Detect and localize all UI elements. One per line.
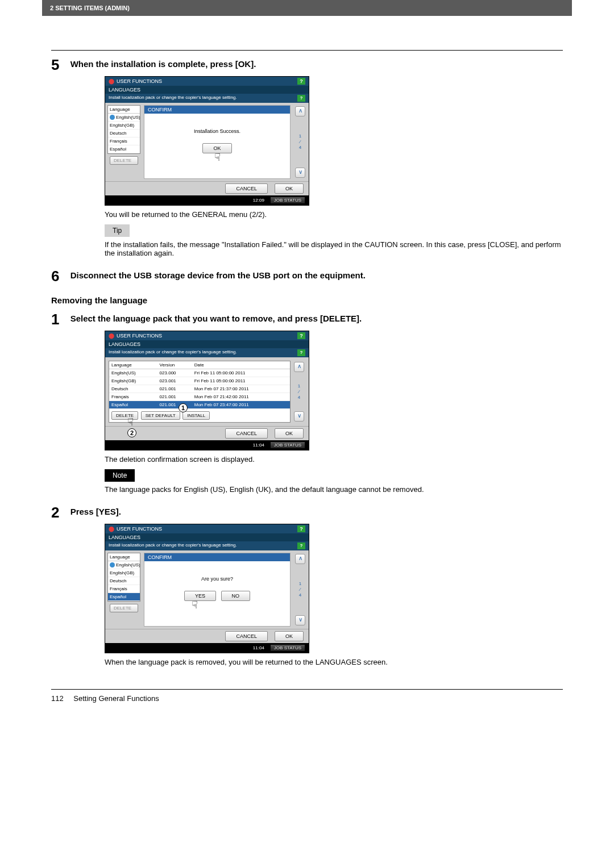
pointer-hand-icon: ☟ xyxy=(214,151,221,164)
step-body: When the language pack is removed, you w… xyxy=(105,658,563,666)
dialog-title: CONFIRM xyxy=(144,106,290,114)
cancel-button[interactable]: CANCEL xyxy=(225,428,268,439)
document-page: 2 SETTING ITEMS (ADMIN) 5 When the insta… xyxy=(0,0,614,725)
dialog-message: Are you sure? xyxy=(144,561,290,587)
scroll-down-button[interactable]: ∨ xyxy=(295,168,305,178)
help-icon[interactable]: ? xyxy=(297,78,305,85)
help-icon[interactable]: ? xyxy=(297,95,305,102)
step-number: 6 xyxy=(51,268,68,285)
scroll-up-button[interactable]: ∧ xyxy=(294,362,304,372)
confirm-dialog: CONFIRM Installation Success. OK ☟ xyxy=(144,105,291,179)
table-row-selected[interactable]: Español021.001Mon Feb 07 23:47:00 2011 xyxy=(109,401,290,409)
top-rule xyxy=(51,50,563,51)
step-body: The deletion confirmation screen is disp… xyxy=(105,455,563,464)
page-footer: 112 Setting General Functions xyxy=(51,689,563,703)
delete-button[interactable]: DELETE xyxy=(110,156,138,165)
callout-1: 1 xyxy=(179,403,188,412)
screenshot-language-table: ⬤USER FUNCTIONS? LANGUAGES Install local… xyxy=(105,331,309,450)
tip-text: If the installation fails, the message "… xyxy=(105,240,563,257)
chapter-header: 2 SETTING ITEMS (ADMIN) xyxy=(42,0,572,16)
list-item[interactable]: Français xyxy=(108,137,140,145)
ok-button[interactable]: OK xyxy=(275,428,304,439)
list-item[interactable]: English(US) xyxy=(108,114,140,122)
scroll-up-button[interactable]: ∧ xyxy=(295,106,305,116)
window-title-bar: ⬤USER FUNCTIONS ? xyxy=(105,77,309,86)
cancel-button[interactable]: CANCEL xyxy=(225,631,268,641)
list-item[interactable]: English(GB) xyxy=(108,569,140,577)
step-heading: When the installation is complete, press… xyxy=(70,59,256,69)
screenshot-install-complete: ⬤USER FUNCTIONS ? LANGUAGES Install loca… xyxy=(105,76,309,206)
table-row[interactable]: English(GB)023.001Fri Feb 11 05:00:00 20… xyxy=(109,377,290,385)
ok-button[interactable]: OK xyxy=(275,631,304,641)
step-body: You will be returned to the GENERAL menu… xyxy=(105,210,563,219)
scroll-down-button[interactable]: ∨ xyxy=(294,411,304,422)
step-number: 2 xyxy=(51,504,68,521)
scroll-up-button[interactable]: ∧ xyxy=(295,554,305,564)
scroll-down-button[interactable]: ∨ xyxy=(295,615,305,625)
language-table: LanguageVersionDate English(US)023.000Fr… xyxy=(109,361,290,409)
job-status-button[interactable]: JOB STATUS xyxy=(270,644,305,652)
job-status-button[interactable]: JOB STATUS xyxy=(270,197,305,204)
section-removing-language: Removing the language xyxy=(51,295,563,305)
callout-2: 2 xyxy=(127,428,136,437)
table-row[interactable]: English(US)023.000Fri Feb 11 05:00:00 20… xyxy=(109,369,290,377)
screenshot-confirm-delete: ⬤USER FUNCTIONS? LANGUAGES Install local… xyxy=(105,524,309,653)
delete-button[interactable]: DELETE xyxy=(111,411,138,420)
step-heading: Press [YES]. xyxy=(70,507,121,516)
tip-badge: Tip xyxy=(105,224,130,237)
cancel-button[interactable]: CANCEL xyxy=(225,183,268,194)
list-item[interactable]: English(GB) xyxy=(108,122,140,130)
step-number: 1 xyxy=(51,311,68,328)
note-badge: Note xyxy=(105,469,135,482)
help-icon[interactable]: ? xyxy=(297,525,305,532)
check-icon xyxy=(110,115,115,120)
language-list: Language English(US) English(GB) Deutsch… xyxy=(107,553,140,602)
step-heading: Select the language pack that you want t… xyxy=(70,314,362,323)
list-item-selected[interactable]: Español xyxy=(108,593,140,601)
logo-icon: ⬤ xyxy=(109,333,114,339)
list-item[interactable]: Español xyxy=(108,145,140,153)
language-list: Language English(US) English(GB) Deutsch… xyxy=(107,105,140,154)
yes-button[interactable]: YES xyxy=(184,591,216,601)
pointer-hand-icon: ☟ xyxy=(127,416,134,428)
job-status-button[interactable]: JOB STATUS xyxy=(270,441,305,449)
languages-tab: LANGUAGES xyxy=(105,86,309,94)
check-icon xyxy=(110,562,115,567)
note-text: The language packs for English (US), Eng… xyxy=(105,485,563,494)
help-icon[interactable]: ? xyxy=(297,349,305,356)
logo-icon: ⬤ xyxy=(109,526,114,532)
remove-step-2: 2 Press [YES]. ⬤USER FUNCTIONS? LANGUAGE… xyxy=(73,504,563,666)
list-item[interactable]: English(US) xyxy=(108,561,140,569)
install-button[interactable]: INSTALL xyxy=(182,411,210,420)
step-heading: Disconnect the USB storage device from t… xyxy=(70,270,366,280)
list-item[interactable]: Deutsch xyxy=(108,577,140,585)
remove-step-1: 1 Select the language pack that you want… xyxy=(73,311,563,494)
table-row[interactable]: Deutsch021.001Mon Feb 07 21:37:00 2011 xyxy=(109,385,290,393)
set-default-button[interactable]: SET DEFAULT xyxy=(141,411,180,420)
ok-button[interactable]: OK xyxy=(275,183,304,194)
help-icon[interactable]: ? xyxy=(297,542,305,549)
step-6: 6 Disconnect the USB storage device from… xyxy=(73,268,563,285)
instruction-bar: Install localization pack or change the … xyxy=(105,94,309,103)
help-icon[interactable]: ? xyxy=(297,332,305,339)
pointer-hand-icon: ☟ xyxy=(192,599,198,611)
dialog-message: Installation Success. xyxy=(144,114,290,140)
footer-title: Setting General Functions xyxy=(73,694,159,703)
logo-icon: ⬤ xyxy=(109,78,114,84)
no-button[interactable]: NO xyxy=(221,591,251,601)
table-row[interactable]: Français021.001Mon Feb 07 21:42:00 2011 xyxy=(109,393,290,401)
step-number: 5 xyxy=(51,56,68,74)
list-item[interactable]: Deutsch xyxy=(108,130,140,137)
page-number: 112 xyxy=(51,694,64,703)
dialog-title: CONFIRM xyxy=(144,553,290,561)
confirm-dialog: CONFIRM Are you sure? YES NO ☟ xyxy=(144,553,291,627)
list-item[interactable]: Français xyxy=(108,585,140,593)
step-5: 5 When the installation is complete, pre… xyxy=(73,56,563,257)
